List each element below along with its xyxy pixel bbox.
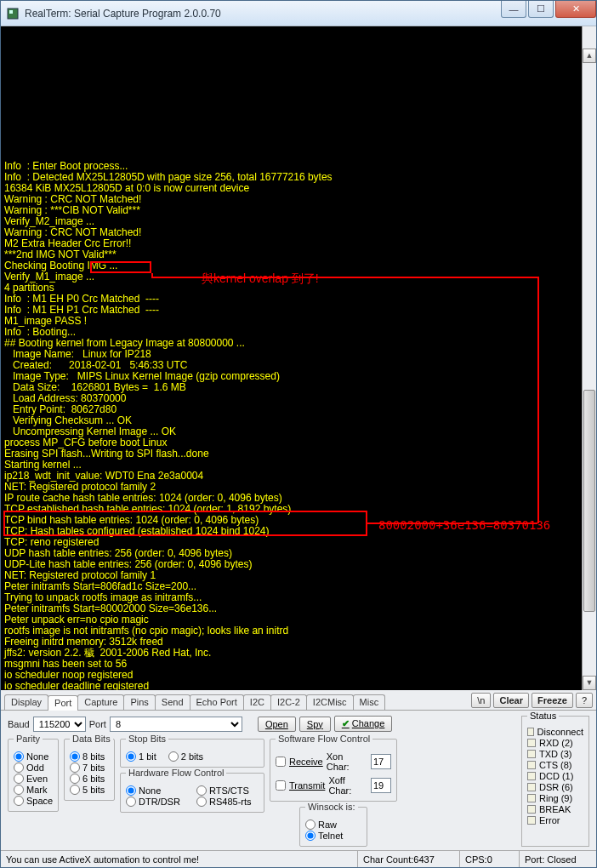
terminal-scrollbar[interactable]: ▲ ▼ — [582, 26, 596, 690]
status-label: Disconnect — [537, 727, 583, 737]
baud-label: Baud — [8, 719, 30, 729]
status-group: Status DisconnectRXD (2)TXD (3)CTS (8)DC… — [521, 716, 589, 847]
parity-odd[interactable] — [14, 762, 24, 773]
status-label: Error — [539, 815, 560, 825]
maximize-button[interactable]: ☐ — [528, 1, 554, 18]
status-label: Ring (9) — [539, 793, 572, 803]
tab-echo-port[interactable]: Echo Port — [190, 694, 244, 710]
scroll-down-arrow[interactable]: ▼ — [583, 676, 596, 690]
radio-label: None — [26, 751, 48, 762]
tab-i2c-2[interactable]: I2C-2 — [270, 694, 307, 710]
tab-display[interactable]: Display — [4, 694, 48, 710]
baud-select[interactable]: 115200 — [33, 717, 86, 732]
hwflow-group: Hardware Flow Control NoneRTS/CTSDTR/DSR… — [120, 773, 264, 813]
radio-label: 8 bits — [82, 751, 105, 762]
receive-checkbox[interactable] — [276, 757, 286, 767]
status-label: DCD (1) — [539, 771, 573, 781]
databits-7-bits[interactable] — [70, 762, 80, 773]
radio-label: 6 bits — [82, 774, 105, 784]
radio-label: RTS/CTS — [209, 785, 249, 796]
databits-8-bits[interactable] — [70, 751, 80, 762]
transmit-checkbox[interactable] — [276, 780, 286, 791]
svg-rect-1 — [9, 10, 13, 14]
winsock-raw[interactable] — [305, 819, 316, 830]
led-icon — [527, 816, 536, 825]
status-label: BREAK — [539, 804, 571, 814]
port-panel: Baud 115200 Port 8 Open Spy ✔Change Pari… — [1, 711, 596, 850]
winsock-group: Winsock is: RawTelnet — [299, 807, 367, 847]
status-ring-9-: Ring (9) — [527, 793, 583, 803]
terminal-line: M1_image PASS ! — [4, 316, 593, 327]
status-break: BREAK — [527, 804, 583, 814]
radio-label: Mark — [26, 785, 47, 795]
terminal-output: ▲ ▼ 與kernel overlap 到了! 80002000+36e136=… — [1, 26, 596, 690]
window-title: RealTerm: Serial Capture Program 2.0.0.7… — [25, 8, 501, 20]
radio-label: Even — [26, 774, 48, 784]
tab-misc[interactable]: Misc — [353, 694, 386, 710]
statusbar: You can use ActiveX automation to contro… — [1, 850, 596, 867]
status-rxd-2-: RXD (2) — [527, 738, 583, 748]
change-button[interactable]: ✔Change — [334, 716, 393, 732]
check-icon: ✔ — [342, 718, 350, 728]
spy-button[interactable]: Spy — [299, 717, 331, 732]
status-label: DSR (6) — [539, 782, 573, 792]
tab-capture[interactable]: Capture — [77, 694, 124, 710]
close-button[interactable]: ✕ — [555, 1, 596, 18]
hwflow-dtr-dsr[interactable] — [126, 797, 136, 807]
open-button[interactable]: Open — [258, 717, 296, 732]
tab-send[interactable]: Send — [155, 694, 190, 710]
radio-label: Raw — [318, 819, 337, 830]
radio-label: DTR/DSR — [139, 797, 180, 807]
radio-label: Telnet — [318, 831, 343, 841]
radio-label: Space — [26, 796, 53, 806]
freeze-button[interactable]: Freeze — [532, 693, 573, 708]
tab-i2c[interactable]: I2C — [243, 694, 271, 710]
clear-button[interactable]: Clear — [493, 693, 529, 708]
newline-button[interactable]: \n — [471, 693, 491, 708]
scroll-thumb[interactable] — [583, 390, 595, 612]
parity-none[interactable] — [14, 751, 24, 762]
radio-label: RS485-rts — [209, 797, 252, 807]
parity-mark[interactable] — [14, 785, 24, 795]
stopbits-group: Stop Bits 1 bit2 bits — [120, 739, 264, 768]
status-char-count: Char Count:6437 — [358, 851, 460, 867]
parity-space[interactable] — [14, 796, 24, 806]
status-cts-8-: CTS (8) — [527, 760, 583, 770]
tab-pins[interactable]: Pins — [123, 694, 155, 710]
tab-bar: DisplayPortCapturePinsSendEcho PortI2CI2… — [1, 690, 596, 711]
tab-i2cmisc[interactable]: I2CMisc — [306, 694, 354, 710]
hwflow-none[interactable] — [126, 785, 136, 796]
app-window: RealTerm: Serial Capture Program 2.0.0.7… — [0, 0, 597, 868]
xon-input[interactable] — [371, 754, 391, 769]
tab-port[interactable]: Port — [48, 695, 78, 711]
status-cps: CPS:0 — [460, 851, 520, 867]
databits-6-bits[interactable] — [70, 774, 80, 784]
minimize-button[interactable]: — — [501, 1, 526, 18]
swflow-group: Software Flow Control Receive Xon Char: … — [270, 739, 397, 802]
terminal-line: Verify_M1_image ... — [4, 271, 593, 283]
databits-group: Data Bits 8 bits7 bits6 bits5 bits — [64, 739, 115, 801]
led-icon — [527, 750, 536, 758]
led-icon — [527, 794, 536, 802]
status-dcd-1-: DCD (1) — [527, 771, 583, 781]
parity-even[interactable] — [14, 774, 24, 784]
led-icon — [527, 783, 536, 791]
led-icon — [527, 761, 536, 769]
status-dsr-6-: DSR (6) — [527, 782, 583, 792]
status-hint: You can use ActiveX automation to contro… — [1, 851, 358, 867]
help-button[interactable]: ? — [576, 693, 593, 708]
status-label: TXD (3) — [539, 749, 572, 759]
stopbits-1-bit[interactable] — [126, 751, 136, 762]
led-icon — [527, 772, 536, 780]
winsock-telnet[interactable] — [305, 831, 316, 841]
radio-label: None — [139, 785, 161, 796]
stopbits-2-bits[interactable] — [168, 751, 179, 762]
databits-5-bits[interactable] — [70, 785, 80, 795]
port-select[interactable]: 8 — [110, 717, 242, 732]
xoff-input[interactable] — [371, 778, 391, 793]
hwflow-rs485-rts[interactable] — [196, 797, 207, 807]
terminal-line: Info : M1 EH P1 Crc Matched ---- — [4, 305, 593, 316]
radio-label: 5 bits — [82, 785, 105, 795]
hwflow-rts-cts[interactable] — [196, 785, 207, 796]
radio-label: 1 bit — [139, 751, 156, 762]
